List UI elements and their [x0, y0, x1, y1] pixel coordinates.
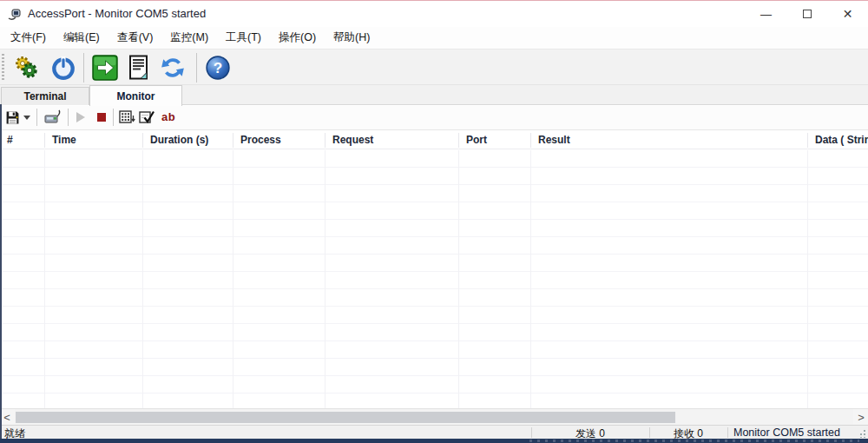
minimize-icon: — [760, 8, 772, 21]
app-logo-icon [7, 7, 23, 21]
column-gridline [530, 150, 531, 408]
horizontal-scrollbar[interactable]: < > [0, 408, 868, 425]
menu-item-1[interactable]: 文件(F) [2, 27, 55, 49]
taskbar-edge [0, 439, 868, 443]
column-header-process[interactable]: Process [233, 130, 326, 149]
monitor-toolbar-separator [113, 109, 114, 126]
menu-item-4[interactable]: 监控(M) [161, 27, 217, 49]
column-gridline [458, 150, 459, 408]
scroll-left-arrow-icon[interactable]: < [0, 409, 14, 425]
string-view-toggle[interactable]: ab [161, 110, 175, 123]
column-header-duration[interactable]: Duration (s) [143, 130, 233, 149]
play-icon[interactable] [76, 112, 85, 122]
column-header-index[interactable]: # [0, 130, 45, 149]
settings-gears-icon[interactable] [13, 55, 39, 81]
toolbar-separator [83, 53, 84, 83]
monitor-toolbar: ab [0, 106, 868, 129]
column-gridline [233, 150, 233, 408]
sync-arrows-icon[interactable] [160, 55, 186, 81]
menu-item-5[interactable]: 工具(T) [217, 27, 270, 49]
main-toolbar: ? [0, 49, 868, 85]
status-bar: 就绪 发送 0 接收 0 Monitor COM5 started [0, 425, 868, 440]
received-value: 0 [697, 427, 703, 440]
column-header-time[interactable]: Time [45, 130, 143, 149]
taskbar-edge-detail [529, 440, 859, 442]
edit-check-icon[interactable] [139, 109, 155, 125]
maximize-icon [803, 10, 812, 18]
help-icon[interactable]: ? [205, 55, 231, 81]
toolbar-gripper[interactable] [2, 54, 4, 82]
save-icon[interactable] [5, 110, 20, 125]
toolbar-separator [196, 53, 197, 83]
column-gridline [142, 150, 143, 408]
close-icon: ✕ [843, 7, 853, 21]
resize-grip[interactable] [858, 429, 866, 438]
menu-item-3[interactable]: 查看(V) [108, 27, 162, 49]
tab-terminal[interactable]: Terminal [1, 87, 89, 105]
column-header-port[interactable]: Port [459, 130, 531, 149]
scrollbar-thumb[interactable] [16, 412, 675, 423]
hex-view-icon[interactable] [119, 110, 135, 125]
status-monitor-state: Monitor COM5 started [733, 426, 840, 439]
menu-bar: 文件(F)编辑(E)查看(V)监控(M)工具(T)操作(O)帮助(H) [0, 27, 868, 49]
app-window: AccessPort - Monitor COM5 started — ✕ 文件… [0, 0, 868, 443]
window-left-border [0, 104, 2, 439]
maximize-button[interactable] [786, 1, 827, 27]
minimize-button[interactable]: — [746, 1, 786, 27]
sent-value: 0 [599, 427, 605, 440]
menu-item-7[interactable]: 帮助(H) [325, 27, 378, 49]
column-gridline [44, 150, 45, 408]
port-monitor-icon[interactable] [43, 109, 62, 125]
tab-strip: Terminal Monitor [0, 85, 868, 105]
column-gridline [807, 150, 808, 408]
tab-monitor-label: Monitor [117, 90, 155, 102]
power-icon[interactable] [50, 55, 76, 81]
monitor-toolbar-separator [68, 109, 69, 126]
scroll-right-arrow-icon[interactable]: > [854, 409, 868, 425]
tab-monitor[interactable]: Monitor [89, 85, 182, 106]
menu-item-2[interactable]: 编辑(E) [55, 27, 108, 49]
sent-label: 发送 [575, 427, 596, 440]
log-document-icon[interactable] [126, 55, 152, 81]
title-bar: AccessPort - Monitor COM5 started — ✕ [0, 1, 868, 27]
table-body[interactable] [0, 150, 868, 408]
monitor-toolbar-separator [36, 109, 37, 126]
table-header: #TimeDuration (s)ProcessRequestPortResul… [0, 129, 868, 149]
svg-text:?: ? [214, 59, 222, 76]
send-arrow-icon[interactable] [92, 55, 118, 81]
window-title: AccessPort - Monitor COM5 started [28, 7, 206, 20]
tab-terminal-label: Terminal [23, 90, 66, 102]
column-header-data[interactable]: Data ( Strin [808, 130, 868, 149]
received-label: 接收 [674, 427, 694, 440]
status-divider [727, 427, 728, 438]
window-controls: — ✕ [746, 1, 868, 27]
close-button[interactable]: ✕ [827, 1, 868, 27]
menu-item-6[interactable]: 操作(O) [270, 27, 325, 49]
column-header-request[interactable]: Request [326, 130, 459, 149]
save-dropdown-icon[interactable] [23, 116, 30, 120]
stop-icon[interactable] [97, 113, 106, 122]
column-header-result[interactable]: Result [531, 130, 808, 149]
column-gridline [325, 150, 326, 408]
